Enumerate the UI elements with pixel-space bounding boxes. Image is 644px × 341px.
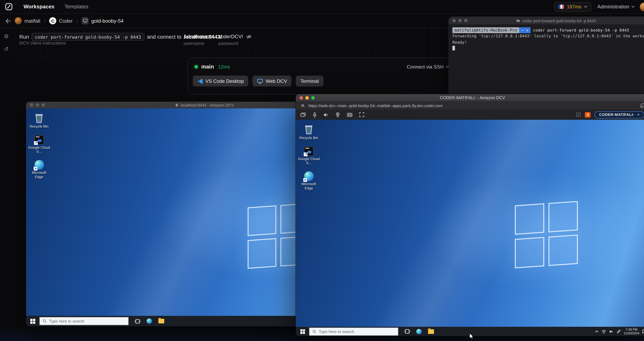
password-label: password: [218, 41, 252, 46]
agent-card: main 12ms Connect via SSH VS Code Deskto…: [188, 58, 456, 94]
vscode-desktop-button[interactable]: VS Code Desktop: [193, 76, 248, 86]
minimize-button[interactable]: [36, 103, 39, 107]
pen-icon[interactable]: [617, 329, 621, 334]
terminal-titlebar[interactable]: coder port-forward gold-booby-54 -p 8443: [448, 17, 644, 24]
edge-taskbar-icon[interactable]: [416, 329, 422, 334]
close-button[interactable]: [300, 96, 303, 99]
keyboard-grid-icon[interactable]: [576, 112, 581, 117]
session-label: CODER-MATIFALI-: [599, 112, 634, 117]
clock[interactable]: 7:38 PM 11/20/2024: [624, 328, 639, 335]
volume-icon[interactable]: [609, 330, 614, 333]
dcv-client-instructions-link[interactable]: DCV client instructions: [19, 40, 66, 45]
edge-taskbar-icon[interactable]: [146, 318, 152, 324]
site-connection-icon: [300, 104, 305, 107]
taskbar-search-input[interactable]: Type here to search: [309, 327, 398, 335]
terminal-content[interactable]: matifali@Atifs-MacBook-Pro~ » coder port…: [448, 24, 644, 54]
close-button[interactable]: [452, 19, 456, 22]
microphone-icon[interactable]: [312, 112, 317, 117]
tray-chevron-up-icon[interactable]: [595, 330, 598, 333]
monitor-icon: [257, 78, 263, 84]
dcv-window-coder-matifali[interactable]: CODER-MATIFALI- - Amazon DCV https://web…: [296, 94, 644, 336]
desktop-icon-edge[interactable]: Microsoft Edge: [297, 172, 320, 191]
minimize-button[interactable]: [306, 96, 309, 99]
windows-session-icon[interactable]: [300, 112, 306, 117]
terminal-output-line: Forwarding 'tcp://127.0.0.1:8443' locall…: [452, 33, 644, 39]
agent-latency: 12ms: [218, 64, 230, 69]
back-button[interactable]: [6, 18, 11, 23]
edge-icon: [34, 160, 44, 170]
file-explorer-icon[interactable]: [428, 329, 434, 334]
terminal-window[interactable]: coder port-forward gold-booby-54 -p 8443…: [448, 17, 644, 95]
desktop-icon-google-cloud[interactable]: Google Cloud S...: [297, 146, 320, 165]
zoom-button[interactable]: [311, 96, 315, 99]
run-prefix: Run: [19, 34, 29, 40]
start-button[interactable]: [296, 329, 309, 334]
tray-date: 11/20/2024: [624, 331, 639, 335]
url-text[interactable]: https://web-dcv--main--gold-booby-54--ma…: [308, 103, 637, 108]
taskbar-search-input[interactable]: Type here to search: [40, 317, 128, 325]
zoom-button[interactable]: [42, 103, 45, 107]
breadcrumb-user[interactable]: matifali: [15, 17, 40, 24]
notification-badge[interactable]: 3: [585, 112, 591, 117]
start-button[interactable]: [26, 318, 40, 324]
latency-pill[interactable]: 187ms: [554, 2, 592, 12]
history-icon[interactable]: ↺: [4, 46, 9, 52]
minimize-button[interactable]: [458, 19, 462, 22]
task-view-icon[interactable]: [404, 329, 410, 334]
username-value: Administrator: [184, 34, 213, 40]
close-button[interactable]: [30, 103, 33, 107]
session-dropdown[interactable]: CODER-MATIFALI-: [594, 111, 644, 118]
breadcrumb-workspace[interactable]: gold-booby-54: [82, 17, 124, 24]
administration-menu[interactable]: Administration: [597, 4, 635, 10]
port-forward-command[interactable]: coder port-forward gold-booby-54 -p 8443: [32, 33, 144, 41]
breadcrumb-template[interactable]: C Coder: [49, 17, 73, 24]
eye-off-icon[interactable]: [246, 34, 252, 39]
nav-workspaces[interactable]: Workspaces: [24, 4, 54, 10]
file-explorer-icon[interactable]: [158, 319, 164, 323]
webcam-icon[interactable]: [335, 112, 340, 117]
network-icon[interactable]: [602, 330, 606, 333]
coder-logo[interactable]: [5, 3, 12, 10]
windows-desktop[interactable]: Recycle Bin Google Cloud S... Microsoft …: [296, 120, 644, 336]
copy-page-icon[interactable]: [640, 103, 644, 108]
user-avatar[interactable]: [640, 2, 644, 11]
desktop-icon-label: Microsoft Edge: [298, 182, 320, 190]
vscode-button-label: VS Code Desktop: [206, 78, 244, 84]
desktop-icon-google-cloud[interactable]: Google Cloud S...: [27, 135, 51, 154]
search-placeholder: Type here to search: [319, 329, 354, 334]
zoom-button[interactable]: [464, 19, 468, 22]
desktop-icon-recycle-bin[interactable]: Recycle Bin: [297, 124, 320, 140]
task-view-icon[interactable]: [135, 318, 140, 324]
fullscreen-icon[interactable]: [359, 112, 364, 117]
web-dcv-button[interactable]: Web DCV: [253, 76, 292, 86]
action-center-icon[interactable]: [642, 329, 644, 334]
shortcut-arrow-icon: [34, 141, 38, 145]
prompt-host: matifali@Atifs-MacBook-Pro: [452, 27, 519, 33]
breadcrumb-separator: /: [76, 18, 78, 24]
google-cloud-sdk-icon: [34, 135, 44, 144]
desktop-icon-label: Recycle Bin: [299, 136, 318, 140]
speaker-icon[interactable]: [324, 112, 328, 117]
browser-url-bar[interactable]: https://web-dcv--main--gold-booby-54--ma…: [296, 101, 644, 110]
dcv-front-titlebar[interactable]: CODER-MATIFALI- - Amazon DCV: [296, 94, 644, 101]
terminal-cursor: [452, 46, 455, 50]
screen-capture-icon[interactable]: [347, 112, 352, 117]
edge-icon: [304, 172, 314, 181]
terminal-command: coder port-forward gold-booby-54 -p 8443: [533, 28, 629, 32]
desktop-icon-edge[interactable]: Microsoft Edge: [27, 160, 51, 180]
tray-time: 7:38 PM: [624, 328, 639, 332]
connect-via-ssh-dropdown[interactable]: Connect via SSH: [407, 64, 449, 69]
agent-name: main: [201, 63, 214, 70]
nav-templates[interactable]: Templates: [64, 4, 88, 10]
coder-template-avatar: C: [49, 17, 56, 24]
dcv-front-title: CODER-MATIFALI- - Amazon DCV: [440, 95, 505, 100]
credential-password: coderDCV! password: [218, 34, 252, 46]
credential-username: Administrator username: [184, 34, 213, 46]
breadcrumb-user-label: matifali: [24, 18, 40, 24]
settings-gear-icon[interactable]: ⚙: [4, 34, 9, 39]
desktop-icon-recycle-bin[interactable]: Recycle Bin: [27, 112, 51, 129]
breadcrumb-separator: /: [44, 18, 46, 24]
terminal-button[interactable]: Terminal: [296, 76, 324, 86]
agent-status-dot: [194, 65, 198, 68]
search-icon: [312, 330, 316, 333]
